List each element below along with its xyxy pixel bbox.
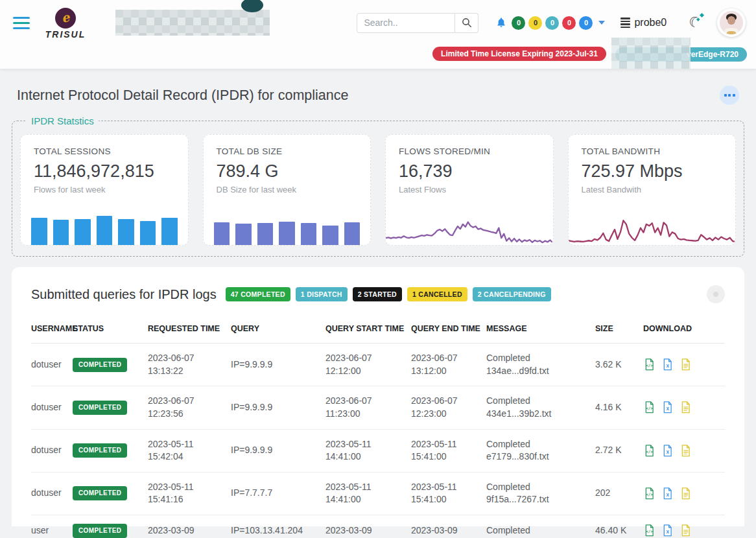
stat-value: 16,739 [386, 156, 553, 181]
message-cell: Completed e7179...830f.txt [486, 429, 595, 472]
status-cell: COMPLETED [73, 429, 148, 472]
stat-sparkline [204, 215, 371, 245]
status-count-badge: 2 CANCELPENDING [473, 287, 551, 301]
file-excel-icon[interactable]: x [661, 444, 674, 458]
submitted-queries-panel: Submitted queries for IPDR logs 47 COMPL… [12, 267, 744, 526]
download-cell: </>x [643, 472, 725, 515]
size-cell: 46.40 K [595, 515, 643, 538]
file-code-icon[interactable]: </> [643, 444, 656, 458]
column-header: DOWNLOAD [643, 323, 725, 344]
bell-icon[interactable] [495, 17, 507, 29]
bar [214, 222, 230, 245]
requested-time-cell: 2023-06-07 12:23:56 [148, 386, 231, 429]
username-cell: dotuser [31, 429, 73, 472]
username-cell: dotuser [31, 344, 73, 386]
bar [118, 219, 134, 245]
bar [344, 222, 360, 245]
bar [97, 216, 113, 245]
size-cell: 3.62 K [595, 344, 643, 386]
probe-label: probe0 [634, 17, 667, 29]
status-cell: COMPLETED [73, 344, 148, 386]
search-input[interactable] [357, 13, 455, 33]
column-header: STATUS [73, 323, 148, 344]
notification-badge[interactable]: 0 [528, 16, 542, 30]
file-text-icon[interactable] [679, 524, 692, 537]
query-start-cell: 2023-05-11 14:41:00 [325, 429, 411, 472]
user-avatar[interactable] [717, 8, 746, 37]
notification-badge[interactable]: 0 [579, 16, 593, 30]
status-count-badge: 1 DISPATCH [296, 287, 348, 301]
file-excel-icon[interactable]: x [661, 358, 674, 371]
svg-text:x: x [666, 406, 669, 412]
svg-text:</>: </> [646, 449, 653, 454]
probe-selector[interactable]: probe0 [620, 17, 667, 29]
trisul-logo[interactable]: e TRISUL [43, 8, 88, 40]
table-row: dotuserCOMPLETED2023-06-07 13:13:22IP=9.… [31, 344, 725, 386]
download-icons: </>x [643, 401, 720, 414]
svg-text:</>: </> [646, 406, 653, 411]
download-cell: </>x [643, 515, 725, 538]
file-excel-icon[interactable]: x [661, 487, 674, 500]
notification-cluster: 00000 [495, 16, 605, 30]
table-body: dotuserCOMPLETED2023-06-07 13:13:22IP=9.… [31, 344, 725, 538]
ipdr-statistics-section: IPDR Statstics TOTAL SESSIONS11,846,972,… [12, 115, 744, 257]
column-header: SIZE [595, 323, 643, 344]
file-excel-icon[interactable]: x [661, 401, 674, 414]
queries-title: Submitted queries for IPDR logs [31, 287, 217, 302]
refresh-target-icon[interactable] [707, 285, 725, 303]
download-icons: </>x [643, 358, 720, 371]
file-code-icon[interactable]: </> [643, 358, 656, 371]
stat-card: TOTAL DB SIZE789.4 GDB Size for last wee… [203, 134, 372, 246]
status-badge: COMPLETED [73, 443, 127, 458]
page-options-button[interactable] [720, 86, 739, 105]
bar [53, 220, 69, 245]
queries-header: Submitted queries for IPDR logs 47 COMPL… [31, 285, 725, 303]
stat-value: 725.97 Mbps [569, 156, 736, 181]
status-badge: COMPLETED [73, 401, 127, 415]
menu-toggle-icon[interactable] [13, 17, 30, 29]
column-header: QUERY [231, 323, 325, 344]
sparkline-svg [569, 215, 736, 245]
status-cell: COMPLETED [73, 386, 148, 429]
stat-value: 789.4 G [204, 156, 371, 181]
download-cell: </>x [643, 344, 725, 386]
bar [301, 223, 317, 245]
file-text-icon[interactable] [679, 444, 692, 458]
notification-badge[interactable]: 0 [512, 16, 525, 30]
file-text-icon[interactable] [679, 401, 692, 414]
bar [279, 222, 295, 245]
notification-badges: 00000 [512, 16, 593, 30]
requested-time-cell: 2023-05-11 15:42:04 [148, 429, 231, 472]
dark-mode-toggle[interactable]: ☾ [689, 14, 702, 31]
chevron-down-icon[interactable] [598, 21, 605, 25]
search-group [357, 13, 478, 33]
table-row: userCOMPLETED2023-03-09IP=103.13.41.2042… [31, 515, 725, 538]
table-header-row: USERNAMESTATUSREQUESTED TIMEQUERYQUERY S… [31, 323, 725, 344]
stat-card: FLOWS STORED/MIN16,739Latest Flows [385, 134, 554, 246]
download-icons: </>x [643, 487, 720, 500]
file-text-icon[interactable] [679, 358, 692, 371]
file-code-icon[interactable]: </> [643, 487, 656, 500]
search-button[interactable] [455, 13, 478, 33]
file-excel-icon[interactable]: x [661, 524, 674, 537]
stat-sparkline [21, 215, 188, 245]
server-stack-icon [620, 18, 630, 28]
query-start-cell: 2023-06-07 12:12:00 [325, 344, 411, 386]
notification-badge[interactable]: 0 [545, 16, 559, 30]
file-text-icon[interactable] [679, 487, 692, 500]
query-cell: IP=9.9.9.9 [231, 344, 325, 386]
bar [322, 226, 338, 245]
svg-text:x: x [666, 449, 669, 455]
stat-subtitle: Latest Flows [386, 181, 553, 194]
notification-badge[interactable]: 0 [562, 16, 576, 30]
bar [235, 224, 252, 245]
query-end-cell: 2023-05-11 15:41:00 [411, 429, 486, 472]
bar [140, 221, 156, 245]
query-end-cell: 2023-05-11 15:41:00 [411, 472, 486, 515]
queries-table: USERNAMESTATUSREQUESTED TIMEQUERYQUERY S… [31, 323, 725, 538]
query-cell: IP=9.9.9.9 [231, 429, 325, 472]
file-code-icon[interactable]: </> [643, 524, 656, 537]
status-badge: COMPLETED [73, 486, 127, 500]
size-cell: 4.16 K [595, 386, 643, 429]
file-code-icon[interactable]: </> [643, 401, 656, 414]
